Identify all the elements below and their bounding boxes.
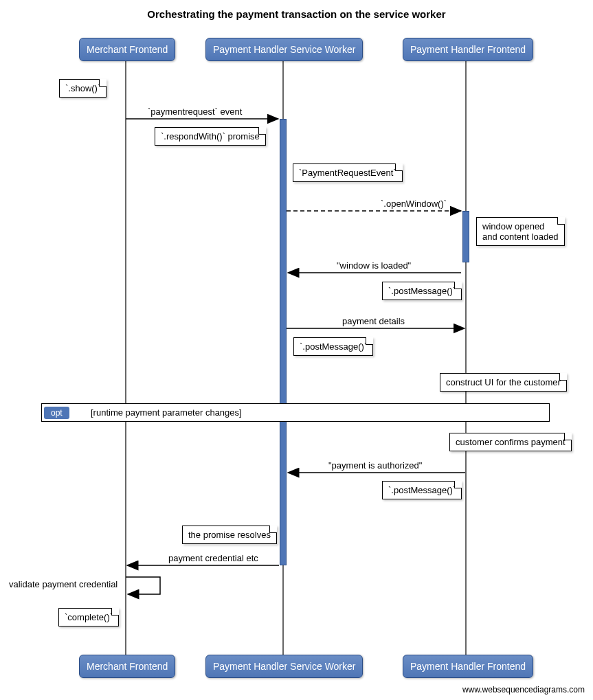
diagram-title: Orchestrating the payment transaction on… (0, 8, 593, 20)
msg-paymentcredential: payment credential etc (168, 553, 258, 563)
note-respondwith: `.respondWith()` promise (155, 127, 266, 146)
note-text: window opened (482, 221, 544, 232)
attribution: www.websequencediagrams.com (462, 685, 585, 695)
note-text: `.postMessage()` (388, 485, 456, 495)
actor-frontend-top: Payment Handler Frontend (403, 38, 533, 61)
note-text: `.postMessage()` (300, 341, 367, 352)
msg-paymentauthorized: "payment is authorized" (328, 460, 422, 471)
note-complete: `complete()` (58, 608, 119, 626)
note-text: construct UI for the customer (446, 377, 561, 387)
note-constructui: construct UI for the customer (440, 373, 567, 392)
note-text: `complete()` (65, 612, 113, 622)
opt-guard: [runtime payment parameter changes] (91, 407, 242, 418)
note-show: `.show()` (59, 79, 107, 98)
note-postmessage2: `.postMessage()` (293, 337, 373, 356)
note-postmessage3: `.postMessage()` (382, 481, 462, 499)
lifeline-frontend (465, 60, 467, 658)
note-promiseresolves: the promise resolves (182, 526, 277, 544)
note-text: the promise resolves (188, 530, 271, 540)
msg-paymentdetails: payment details (342, 316, 405, 326)
actor-merchant-top: Merchant Frontend (79, 38, 175, 61)
note-text2: and content loaded (482, 232, 559, 242)
note-text: `.respondWith()` promise (161, 131, 260, 142)
actor-merchant-bottom: Merchant Frontend (79, 655, 175, 678)
note-text: `PaymentRequestEvent` (299, 168, 396, 178)
msg-validate: validate payment credential (9, 579, 118, 589)
note-customerconfirms: customer confirms payment (449, 433, 572, 451)
msg-paymentrequest: `paymentrequest` event (148, 106, 242, 117)
msg-windowloaded: "window is loaded" (337, 260, 411, 271)
opt-label: opt (44, 407, 69, 419)
actor-sw-top: Payment Handler Service Worker (205, 38, 363, 61)
note-pre: `PaymentRequestEvent` (293, 163, 403, 182)
activation-sw (280, 119, 287, 565)
note-text: customer confirms payment (456, 437, 566, 447)
msg-openwindow: `.openWindow()` (381, 199, 447, 209)
actor-sw-bottom: Payment Handler Service Worker (205, 655, 363, 678)
note-postmessage1: `.postMessage()` (382, 282, 462, 300)
note-text: `.show()` (65, 83, 100, 93)
activation-frontend (462, 211, 469, 262)
note-windowopened: window opened and content loaded (476, 217, 565, 246)
lifeline-merchant (125, 60, 126, 658)
actor-frontend-bottom: Payment Handler Frontend (403, 655, 533, 678)
note-text: `.postMessage()` (388, 286, 456, 296)
opt-frame: opt [runtime payment parameter changes] (41, 403, 550, 422)
